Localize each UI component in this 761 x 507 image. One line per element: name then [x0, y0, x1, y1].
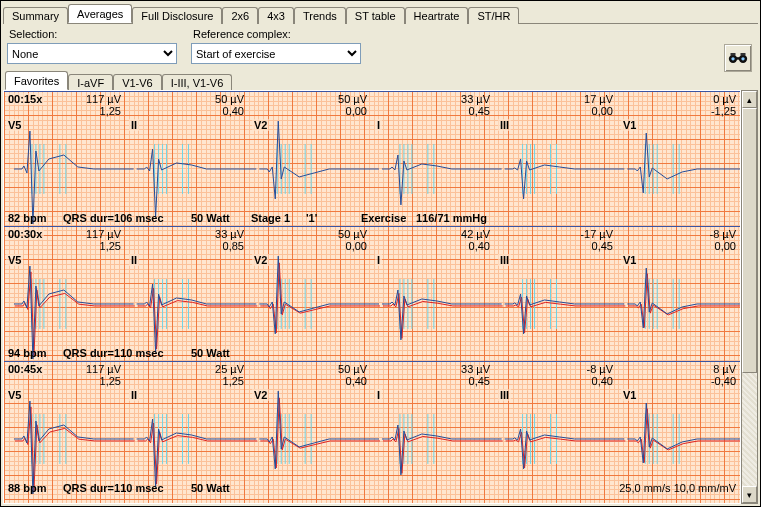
main-tab-row: SummaryAveragesFull Disclosure2x64x3Tren…: [3, 3, 758, 23]
svg-rect-6: [741, 53, 746, 56]
selection-dropdown[interactable]: None: [7, 43, 177, 64]
status-text: 88 bpm: [8, 482, 47, 494]
status-text: 116/71 mmHg: [416, 212, 487, 224]
status-text: 50 Watt: [191, 347, 230, 359]
selection-group: Selection: None: [7, 28, 177, 64]
status-text: 50 Watt: [191, 212, 230, 224]
status-text: 94 bpm: [8, 347, 47, 359]
main-tab-full-disclosure[interactable]: Full Disclosure: [132, 7, 222, 24]
ecg-waveform: [4, 91, 740, 226]
ecg-area: 00:15x117 µV1,25V550 µV0,40II50 µV0,00V2…: [1, 90, 760, 506]
main-tab-averages[interactable]: Averages: [68, 4, 132, 23]
scroll-track[interactable]: [742, 108, 757, 486]
status-text: Exercise: [361, 212, 406, 224]
scroll-down-button[interactable]: ▾: [742, 486, 757, 503]
status-text: Stage 1: [251, 212, 290, 224]
reference-group: Reference complex: Start of exercise: [191, 28, 361, 64]
svg-rect-5: [731, 53, 736, 56]
scroll-thumb[interactable]: [742, 108, 757, 373]
main-tab-st-table[interactable]: ST table: [346, 7, 405, 24]
svg-rect-4: [736, 57, 741, 60]
main-tab-trends[interactable]: Trends: [294, 7, 346, 24]
sub-tab-row: FavoritesI-aVFV1-V6I-III, V1-V6: [5, 70, 756, 90]
ecg-strip: 00:45x117 µV1,25V525 µV1,25II50 µV0,40V2…: [4, 361, 740, 496]
main-tab-4x3[interactable]: 4x3: [258, 7, 294, 24]
controls-row: Selection: None Reference complex: Start…: [3, 24, 758, 68]
svg-point-2: [731, 57, 734, 60]
search-button[interactable]: [724, 44, 752, 72]
status-text: 50 Watt: [191, 482, 230, 494]
reference-label: Reference complex:: [191, 28, 361, 43]
scroll-up-button[interactable]: ▴: [742, 91, 757, 108]
ecg-waveform: [4, 226, 740, 361]
ecg-strip: 00:30x117 µV1,25V533 µV0,85II50 µV0,00V2…: [4, 226, 740, 361]
reference-dropdown[interactable]: Start of exercise: [191, 43, 361, 64]
status-text: QRS dur=110 msec: [63, 482, 164, 494]
ecg-grid[interactable]: 00:15x117 µV1,25V550 µV0,40II50 µV0,00V2…: [3, 90, 741, 504]
main-tab-heartrate[interactable]: Heartrate: [405, 7, 469, 24]
status-text: QRS dur=106 msec: [63, 212, 164, 224]
main-tab-st-hr[interactable]: ST/HR: [468, 7, 519, 24]
app-window: { "tabs": ["Summary","Averages","Full Di…: [0, 0, 761, 507]
selection-label: Selection:: [7, 28, 177, 43]
ecg-strip: 00:15x117 µV1,25V550 µV0,40II50 µV0,00V2…: [4, 91, 740, 226]
status-text: 82 bpm: [8, 212, 47, 224]
status-text: '1': [306, 212, 317, 224]
sub-tab-v1-v6[interactable]: V1-V6: [113, 74, 162, 91]
sub-tab-favorites[interactable]: Favorites: [5, 71, 68, 90]
main-tab-2x6[interactable]: 2x6: [222, 7, 258, 24]
sub-tab-i-iii-v1-v6[interactable]: I-III, V1-V6: [162, 74, 233, 91]
vertical-scrollbar[interactable]: ▴ ▾: [741, 90, 758, 504]
sub-tab-i-avf[interactable]: I-aVF: [68, 74, 113, 91]
ecg-waveform: [4, 361, 740, 496]
binoculars-icon: [728, 50, 748, 66]
main-tab-summary[interactable]: Summary: [3, 7, 68, 24]
tab-content: Selection: None Reference complex: Start…: [3, 23, 758, 90]
status-text: QRS dur=110 msec: [63, 347, 164, 359]
svg-point-3: [741, 57, 744, 60]
calibration-label: 25,0 mm/s 10,0 mm/mV: [619, 482, 736, 494]
